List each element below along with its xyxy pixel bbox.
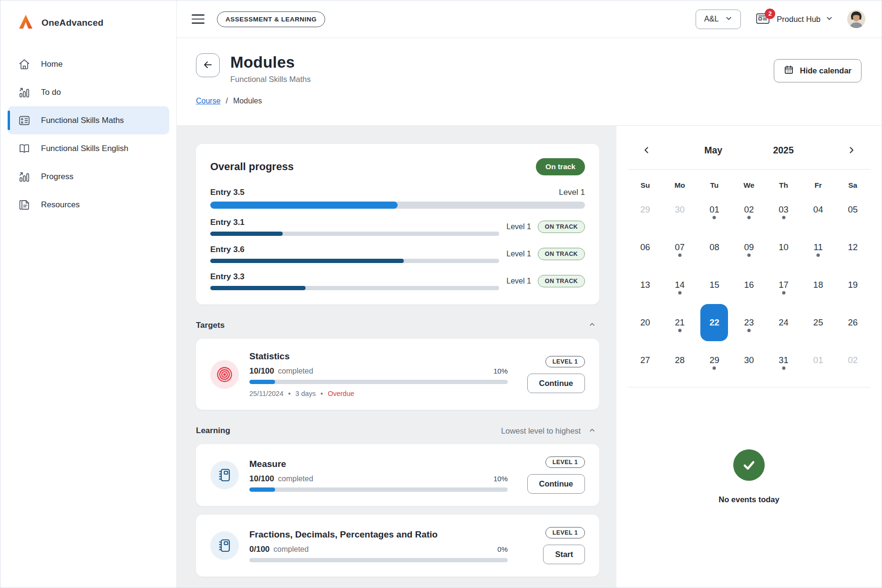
calendar-day[interactable]: 13 (628, 266, 663, 304)
completed-count: 0/100 (249, 545, 270, 554)
day-header: Sa (835, 181, 870, 190)
progress-fill (249, 487, 275, 492)
calendar-day[interactable]: 29 (628, 191, 663, 228)
calendar-day[interactable]: 09 (732, 228, 767, 266)
calendar-day[interactable]: 28 (663, 341, 697, 379)
calendar-day[interactable]: 30 (732, 341, 767, 379)
sidebar-item-home[interactable]: Home (8, 50, 169, 78)
completed-label: completed (278, 367, 313, 375)
calendar-day[interactable]: 12 (835, 228, 870, 266)
calendar-day[interactable]: 26 (835, 304, 870, 341)
start-button[interactable]: Start (543, 545, 585, 564)
chevron-up-icon[interactable] (589, 321, 595, 330)
progress-track (210, 259, 499, 263)
calendar-day[interactable]: 16 (732, 266, 767, 304)
sort-control[interactable]: Lowest level to highest (501, 426, 595, 436)
page-header: Modules Functional Skills Maths Hide cal… (177, 38, 882, 126)
hide-calendar-label: Hide calendar (800, 66, 851, 75)
user-avatar[interactable] (847, 10, 865, 28)
sidebar-item-label: To do (41, 88, 61, 97)
back-button[interactable] (196, 53, 220, 77)
calendar-day[interactable]: 18 (801, 266, 836, 304)
calendar-day[interactable]: 27 (628, 341, 663, 379)
sidebar-item-label: Home (41, 60, 62, 69)
learning-card-measure: Measure 10/100completed 10% LEVEL 1 Cont… (196, 444, 599, 506)
calendar-day[interactable]: 15 (697, 266, 732, 304)
brand-logo: OneAdvanced (0, 0, 176, 33)
calendar-day[interactable]: 02 (732, 191, 767, 228)
calendar-day[interactable]: 31 (766, 341, 801, 379)
continue-button[interactable]: Continue (527, 374, 585, 393)
chevron-down-icon (725, 15, 732, 24)
sidebar-item-functional-skills-maths[interactable]: Functional Skills Maths (8, 106, 169, 134)
continue-button[interactable]: Continue (527, 474, 585, 494)
modules-content: Overall progress On track Entry 3.5 Leve… (177, 126, 616, 588)
hamburger-menu-icon[interactable] (192, 14, 205, 24)
sidebar-item-resources[interactable]: Resources (8, 191, 169, 219)
sidebar-item-functional-skills-english[interactable]: Functional Skills English (8, 134, 169, 162)
main-area: ASSESSMENT & LEARNING A&L 2 (177, 0, 882, 588)
calendar-day[interactable]: 24 (766, 304, 801, 341)
completed-label: completed (278, 475, 313, 483)
calendar-day[interactable]: 14 (663, 266, 697, 304)
calendar-day[interactable]: 05 (835, 191, 870, 228)
sidebar-item-progress[interactable]: Progress (8, 162, 169, 191)
calendar-panel: May 2025 Su Mo Tu We Th Fr Sa (616, 126, 882, 588)
calendar-day[interactable]: 17 (766, 266, 801, 304)
progress-fill (210, 202, 398, 209)
calendar-day[interactable]: 30 (663, 191, 697, 228)
calendar-next-button[interactable] (844, 143, 859, 157)
calendar-day[interactable]: 20 (628, 304, 663, 341)
calendar-day[interactable]: 04 (801, 191, 836, 228)
progress-row: Entry 3.1 Level 1 ON TRACK (210, 218, 585, 236)
day-header: Mo (663, 181, 697, 190)
entry-level: Level 1 (506, 277, 531, 285)
calendar-day[interactable]: 07 (663, 228, 697, 266)
calendar-grid: 29 30 01 02 03 04 05 06 07 08 09 10 11 1… (616, 191, 882, 379)
calendar-day[interactable]: 02 (835, 341, 870, 379)
calendar-day[interactable]: 23 (732, 304, 767, 341)
calendar-day[interactable]: 03 (766, 191, 801, 228)
brand-name: OneAdvanced (41, 18, 103, 28)
product-hub-menu[interactable]: 2 Product Hub (755, 12, 833, 26)
calendar-prev-button[interactable] (639, 143, 654, 157)
entry-level: Level 1 (506, 223, 531, 231)
completed-count: 10/100 (249, 366, 274, 375)
entry-label: Entry 3.5 (210, 188, 245, 197)
sidebar-item-todo[interactable]: To do (8, 78, 169, 106)
hide-calendar-button[interactable]: Hide calendar (774, 59, 861, 82)
breadcrumb: Course / Modules (196, 97, 861, 105)
status-badge: On track (536, 158, 585, 175)
book-icon (18, 142, 31, 155)
calendar-day[interactable]: 08 (697, 228, 732, 266)
day-header: Tu (697, 181, 732, 190)
chart-icon (18, 170, 31, 183)
calendar-day[interactable]: 01 (697, 191, 732, 228)
learning-title: Learning (196, 426, 230, 436)
progress-row: Entry 3.3 Level 1 ON TRACK (210, 272, 585, 290)
calendar-month[interactable]: May (704, 145, 722, 156)
calendar-year[interactable]: 2025 (773, 145, 793, 156)
today-events: No events today (616, 449, 882, 504)
calendar-day[interactable]: 01 (801, 341, 836, 379)
breadcrumb-course-link[interactable]: Course (196, 97, 221, 105)
workspace-dropdown[interactable]: A&L (696, 10, 741, 29)
progress-track (249, 487, 508, 492)
calendar-day[interactable]: 21 (663, 304, 697, 341)
calendar-day[interactable]: 11 (801, 228, 836, 266)
calendar-day[interactable]: 29 (697, 341, 732, 379)
progress-track (249, 380, 508, 384)
topbar: ASSESSMENT & LEARNING A&L 2 (177, 0, 882, 38)
calendar-day[interactable]: 06 (628, 228, 663, 266)
notification-badge: 2 (765, 9, 775, 19)
calendar-day-selected[interactable]: 22 (697, 304, 732, 341)
progress-track (249, 558, 508, 562)
calendar-day[interactable]: 10 (766, 228, 801, 266)
duration: 3 days (296, 390, 316, 397)
product-hub-icon: 2 (755, 12, 771, 26)
calendar-day[interactable]: 25 (801, 304, 836, 341)
meta-separator: • (288, 390, 291, 397)
overdue-status: Overdue (328, 390, 354, 397)
progress-row: Entry 3.6 Level 1 ON TRACK (210, 245, 585, 263)
calendar-day[interactable]: 19 (835, 266, 870, 304)
